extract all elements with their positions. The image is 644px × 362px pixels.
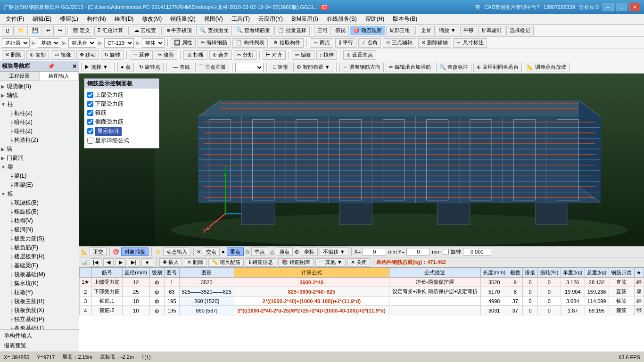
merge-btn[interactable]: ⊕ 合并 bbox=[209, 50, 232, 60]
rect-btn[interactable]: □ 矩形 bbox=[270, 63, 291, 72]
tree-item-19[interactable]: ├楼层板带(H) bbox=[1, 252, 78, 261]
rotate-point-btn[interactable]: ↻ 旋转点 bbox=[136, 63, 164, 72]
tree-item-7[interactable]: ▶墙 bbox=[1, 145, 78, 154]
coord-btn[interactable]: 坐标 bbox=[301, 247, 318, 256]
tree-item-6[interactable]: ├构造柱(Z) bbox=[1, 136, 78, 145]
edit-cap-rebar-btn[interactable]: ✏ 编辑承台加强筋 bbox=[386, 63, 434, 72]
tree-item-16[interactable]: ├板洞(N) bbox=[1, 225, 78, 234]
tree-item-21[interactable]: ├筏板基础(M) bbox=[1, 270, 78, 279]
report-preview[interactable]: 报表预览 bbox=[2, 341, 77, 351]
adjust-slope-btn[interactable]: 📐 调整承台放坡 bbox=[524, 63, 570, 72]
tree-item-17[interactable]: ├板受力筋(S) bbox=[1, 234, 78, 243]
tree-item-3[interactable]: ├框柱(Z) bbox=[1, 109, 78, 118]
nav-down[interactable]: ▼ bbox=[141, 258, 153, 267]
menu-M[interactable]: 修改(M) bbox=[138, 14, 165, 24]
maximize-button[interactable]: □ bbox=[616, 3, 627, 11]
cb-show-detail[interactable] bbox=[87, 138, 93, 144]
align-top[interactable]: ≡ 平齐板顶 bbox=[164, 26, 195, 35]
pull-btn[interactable]: ↕ 拉伸 bbox=[316, 50, 338, 60]
local-3d[interactable]: 局部三维 bbox=[386, 26, 413, 35]
pan[interactable]: 平移 bbox=[460, 26, 477, 35]
rebar-info-btn[interactable]: ℹ 钢筋信息 bbox=[246, 258, 276, 267]
cb-side-force[interactable] bbox=[87, 119, 93, 125]
menu-L[interactable]: 楼层(L) bbox=[56, 14, 82, 24]
tree-item-22[interactable]: ├集水坑(K) bbox=[1, 279, 78, 288]
floor-select[interactable]: 基础层 bbox=[2, 38, 30, 48]
toolbar-redo[interactable]: ↪ bbox=[55, 26, 66, 35]
view-select[interactable]: 整体 bbox=[142, 38, 165, 48]
minimize-button[interactable]: ─ bbox=[603, 3, 614, 11]
move-btn[interactable]: ✥ 移动 bbox=[76, 50, 99, 60]
no-offset-btn[interactable]: 不偏移 ▼ bbox=[320, 247, 348, 256]
tree-item-13[interactable]: ├现浇板(B) bbox=[1, 198, 78, 207]
top-view[interactable]: 俯视 bbox=[332, 26, 349, 35]
menu-Y[interactable]: 云应用(Y) bbox=[255, 14, 287, 24]
zoom[interactable]: 缩放 ▼ bbox=[436, 26, 459, 35]
nav-prev[interactable]: ◀ bbox=[103, 258, 114, 267]
screen-rotate[interactable]: 屏幕旋转 bbox=[478, 26, 505, 35]
snap-select[interactable] bbox=[235, 63, 264, 72]
smart-layout-btn[interactable]: ⚙ 智能布置 ▼ bbox=[293, 63, 333, 72]
point-btn[interactable]: ● 点 bbox=[117, 63, 134, 72]
other-btn[interactable]: ⋯ 其他 ▼ bbox=[315, 258, 346, 267]
viewport[interactable]: 钢筋显示控制面板 上部受力筋 下部受力筋 箍筋 侧面受力筋 bbox=[79, 74, 644, 246]
tree-item-4[interactable]: ├暗柱(Z) bbox=[1, 118, 78, 127]
cb-lower-force[interactable] bbox=[87, 101, 93, 107]
3d-view[interactable]: 三维 bbox=[314, 26, 331, 35]
tree-item-5[interactable]: ├端柱(Z) bbox=[1, 127, 78, 136]
menu-F[interactable]: 文件(F) bbox=[2, 14, 28, 24]
menu-S[interactable]: 在线服务(S) bbox=[323, 14, 361, 24]
sigma-button[interactable]: Σ 汇总计算 bbox=[94, 26, 126, 35]
close-rebar-btn[interactable]: ✕ 关闭 bbox=[347, 258, 370, 267]
tree-item-24[interactable]: ├筏板主筋(R) bbox=[1, 297, 78, 306]
align-btn[interactable]: ⊢ 对齐 bbox=[263, 50, 286, 60]
tab-project-settings[interactable]: 工程设置 bbox=[0, 72, 40, 81]
toolbar-open[interactable]: 📁 bbox=[15, 26, 28, 35]
menu-V[interactable]: 视图(V) bbox=[200, 14, 227, 24]
arc-btn[interactable]: ⌒ 三点画弧 bbox=[195, 63, 229, 72]
three-point-btn[interactable]: ⊙ 三点辅轴 bbox=[383, 38, 416, 48]
delete-btn[interactable]: ✕ 删除 bbox=[2, 50, 25, 60]
adjust-direction-btn[interactable]: ↔ 调整钢筋方向 bbox=[339, 63, 384, 72]
menu-D[interactable]: 绘图(D) bbox=[111, 14, 138, 24]
define-button[interactable]: ▦ 定义 bbox=[70, 26, 93, 35]
rebar-table-container[interactable]: 筋号 直径(mm) 级别 图号 图形 计算公式 公式描述 长度(mm) 根数 搭… bbox=[79, 268, 644, 352]
tree-item-11[interactable]: ├圈梁(E) bbox=[1, 181, 78, 189]
menu-N[interactable]: 构件(N) bbox=[83, 14, 110, 24]
tree-item-14[interactable]: ├螺旋板(B) bbox=[1, 207, 78, 216]
fullscreen[interactable]: 全屏 bbox=[418, 26, 435, 35]
two-point-btn[interactable]: ↔ 两点 bbox=[310, 38, 333, 48]
tree-item-10[interactable]: ├梁(L) bbox=[1, 172, 78, 181]
nav-last[interactable]: ▶| bbox=[128, 258, 140, 267]
tree-item-23[interactable]: ├柱墩(Y) bbox=[1, 288, 78, 297]
tree-item-15[interactable]: ├柱帽(V) bbox=[1, 216, 78, 225]
sidebar-close[interactable]: ✕ bbox=[72, 63, 77, 70]
tree-item-20[interactable]: ├基础梁(F) bbox=[1, 261, 78, 270]
check-label-btn[interactable]: 🔍 查改标注 bbox=[436, 63, 471, 72]
component-list-btn[interactable]: 📋 构件列表 bbox=[232, 38, 268, 48]
close-button[interactable]: ✕ bbox=[629, 3, 640, 11]
dynamic-observe[interactable]: 🎯 动态观察 bbox=[350, 26, 385, 35]
vertex-btn[interactable]: 顶点 bbox=[276, 247, 293, 256]
menu-H[interactable]: 帮助(H) bbox=[362, 14, 388, 24]
y-input[interactable] bbox=[406, 248, 430, 255]
line-btn[interactable]: — 直线 bbox=[170, 63, 193, 72]
modify-btn[interactable]: ✏ 编修 bbox=[292, 50, 314, 60]
delete-aux-btn[interactable]: ✕ 删除辅轴 bbox=[418, 38, 451, 48]
tree-item-27[interactable]: ├条形基础(T) bbox=[1, 324, 78, 329]
cloud-check[interactable]: ☁ 云检查 bbox=[131, 26, 159, 35]
menu-Q[interactable]: 钢筋量(Q) bbox=[166, 14, 199, 24]
toolbar-undo[interactable]: ↩ bbox=[43, 26, 54, 35]
tab-drawing-input[interactable]: 绘图输入 bbox=[40, 72, 79, 81]
table-row[interactable]: 4箍筋.210ф195860 [537]2*(((1600-2*40-2*d-2… bbox=[80, 306, 644, 315]
cb-stirrup[interactable] bbox=[87, 110, 93, 116]
copy-btn[interactable]: ⊕ 复制 bbox=[26, 50, 49, 60]
name-select[interactable]: CT-119 bbox=[104, 38, 134, 48]
single-component-input[interactable]: 单构件输入 bbox=[2, 331, 77, 341]
toolbar-new[interactable]: 🗋 bbox=[2, 26, 14, 35]
orthogonal-btn[interactable]: 正交 bbox=[90, 247, 107, 256]
trim-btn[interactable]: ✂ 修剪 bbox=[155, 50, 177, 60]
view-rebar[interactable]: 🔍 查看钢筋量 bbox=[233, 26, 273, 35]
mirror-btn[interactable]: ⇔ 镜像 bbox=[51, 50, 74, 60]
select-floor[interactable]: 选择楼层 bbox=[506, 26, 534, 35]
